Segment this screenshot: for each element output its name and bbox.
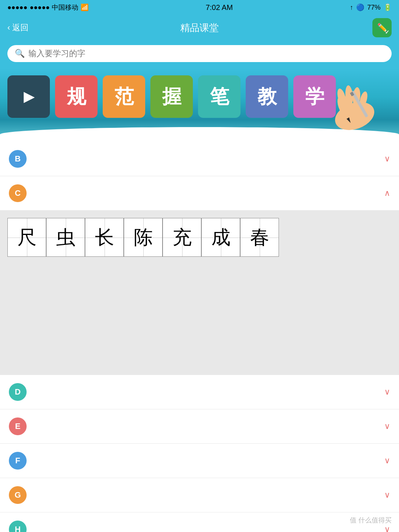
battery-label: 77% [367, 4, 381, 11]
char-chi[interactable]: 尺 [7, 218, 46, 257]
char-cheng[interactable]: 成 [201, 218, 240, 257]
search-bar-wrapper: 🔍 [0, 41, 399, 68]
tile-fan[interactable]: 范 [103, 75, 145, 118]
list-item-D[interactable]: D ∨ [0, 375, 399, 409]
chevron-B: ∨ [384, 154, 390, 164]
back-button[interactable]: ‹ 返回 [7, 22, 28, 33]
badge-E: E [9, 417, 27, 435]
char-chong2[interactable]: 充 [163, 218, 201, 257]
list-item-F[interactable]: F ∨ [0, 444, 399, 478]
char-grid: 尺 虫 长 陈 充 成 春 [7, 218, 392, 257]
status-carrier: ●●●●● ●●●●● 中国移动 📶 [7, 3, 89, 12]
chevron-D: ∨ [384, 387, 390, 397]
back-chevron-icon: ‹ [7, 23, 10, 33]
char-chen[interactable]: 陈 [124, 218, 163, 257]
nav-title: 精品课堂 [180, 21, 219, 34]
badge-B: B [9, 150, 27, 168]
location-icon: ↑ [350, 4, 353, 11]
chevron-G: ∨ [384, 490, 390, 500]
list-item-C[interactable]: C ∧ [0, 176, 399, 211]
char-chang[interactable]: 长 [85, 218, 124, 257]
edit-button[interactable] [372, 18, 392, 37]
bluetooth-icon: 🔵 [356, 3, 364, 11]
badge-G: G [9, 486, 27, 504]
search-bar[interactable]: 🔍 [7, 45, 392, 62]
chevron-E: ∨ [384, 422, 390, 431]
expanded-C-content: 尺 虫 长 陈 充 成 春 [0, 211, 399, 375]
tile-gui[interactable]: 规 [55, 75, 98, 118]
status-bar: ●●●●● ●●●●● 中国移动 📶 7:02 AM ↑ 🔵 77% 🔋 [0, 0, 399, 15]
chevron-F: ∨ [384, 456, 390, 466]
search-input[interactable] [28, 49, 384, 58]
tile-bi[interactable]: 笔 [198, 75, 241, 118]
search-icon: 🔍 [15, 49, 25, 58]
wifi-icon: 📶 [81, 3, 89, 11]
banner: 规 范 握 笔 教 学 [0, 68, 399, 142]
nav-bar: ‹ 返回 精品课堂 [0, 15, 399, 41]
back-label: 返回 [12, 22, 28, 33]
battery-icon: 🔋 [383, 3, 392, 11]
badge-H: H [9, 521, 27, 532]
watermark: 值 什么值得买 [350, 516, 392, 525]
char-chun[interactable]: 春 [240, 218, 279, 257]
chevron-H: ∨ [384, 525, 390, 532]
list-item-B[interactable]: B ∨ [0, 142, 399, 176]
tile-play[interactable] [7, 75, 50, 118]
list-item-H[interactable]: H ∨ [0, 512, 399, 532]
badge-D: D [9, 383, 27, 401]
alphabet-list: B ∨ C ∧ 尺 虫 长 陈 充 成 春 D ∨ E ∨ [0, 142, 399, 532]
chevron-C: ∧ [384, 188, 390, 198]
signal-dots: ●●●●● [7, 4, 27, 11]
tile-wo[interactable]: 握 [150, 75, 193, 118]
tile-jiao[interactable]: 教 [246, 75, 288, 118]
status-time: 7:02 AM [206, 3, 233, 12]
char-chong[interactable]: 虫 [46, 218, 85, 257]
badge-F: F [9, 452, 27, 470]
badge-C: C [9, 184, 27, 202]
list-item-E[interactable]: E ∨ [0, 409, 399, 444]
status-icons: ↑ 🔵 77% 🔋 [350, 3, 392, 11]
carrier-name: ●●●●● 中国移动 [30, 3, 78, 12]
hand-illustration [325, 83, 392, 131]
expanded-spacer [7, 257, 392, 368]
list-item-G[interactable]: G ∨ [0, 478, 399, 512]
